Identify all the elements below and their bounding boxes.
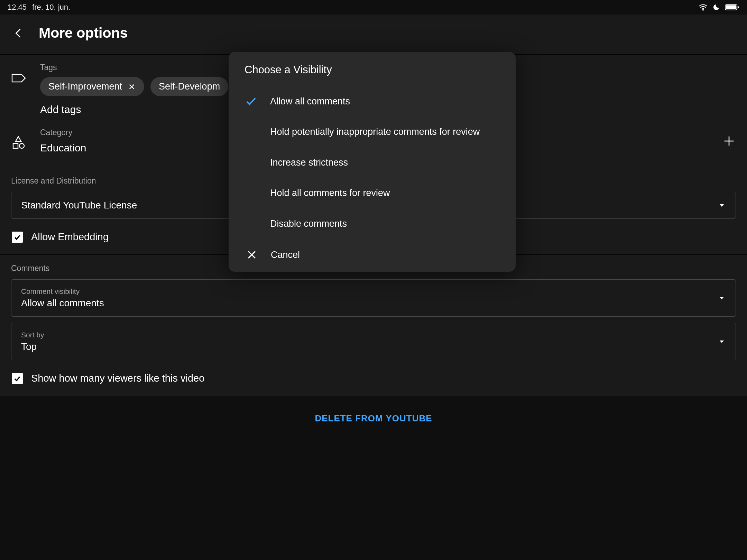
tag-chip-label: Self-Developm	[159, 81, 220, 92]
status-bar: 12.45 fre. 10. jun.	[0, 0, 747, 15]
status-date: fre. 10. jun.	[32, 3, 70, 12]
comment-visibility-value: Allow all comments	[21, 298, 104, 309]
show-likes-row[interactable]: Show how many viewers like this video	[0, 366, 747, 396]
visibility-option-hold-all[interactable]: Hold all comments for review	[229, 178, 516, 208]
visibility-option-increase-strictness[interactable]: Increase strictness	[229, 147, 516, 178]
chevron-down-icon	[718, 294, 726, 302]
show-likes-label: Show how many viewers like this video	[31, 373, 204, 384]
visibility-option-allow-all[interactable]: Allow all comments	[229, 86, 516, 116]
tag-chip[interactable]: Self-Improvement	[40, 77, 144, 96]
checkbox-checked-icon[interactable]	[12, 232, 23, 243]
visibility-option-hold-inappropriate[interactable]: Hold potentially inappropriate comments …	[229, 116, 516, 147]
svg-rect-2	[726, 5, 737, 9]
comment-visibility-label: Comment visibility	[21, 287, 104, 296]
svg-marker-8	[16, 137, 21, 141]
svg-rect-9	[13, 143, 18, 148]
option-label: Hold potentially inappropriate comments …	[270, 125, 502, 138]
page-title: More options	[39, 25, 128, 41]
chevron-down-icon	[718, 201, 726, 209]
license-value: Standard YouTube License	[21, 200, 137, 211]
back-icon[interactable]	[12, 27, 25, 39]
comment-visibility-select[interactable]: Comment visibility Allow all comments	[11, 279, 736, 317]
option-label: Hold all comments for review	[270, 187, 502, 199]
option-label: Disable comments	[270, 217, 502, 230]
svg-point-10	[19, 143, 24, 148]
moon-icon	[712, 3, 720, 11]
svg-rect-3	[738, 6, 739, 8]
svg-marker-15	[720, 340, 724, 343]
wifi-icon	[699, 4, 708, 11]
tag-chip[interactable]: Self-Developm	[150, 77, 228, 96]
delete-from-youtube-button[interactable]: DELETE FROM YOUTUBE	[0, 396, 747, 445]
shapes-icon	[11, 135, 26, 150]
visibility-option-disable[interactable]: Disable comments	[229, 208, 516, 239]
battery-icon	[725, 4, 739, 11]
comment-sort-value: Top	[21, 341, 44, 352]
close-icon	[243, 249, 260, 261]
popover-title: Choose a Visibility	[229, 52, 516, 86]
cancel-label: Cancel	[271, 250, 300, 260]
comment-sort-select[interactable]: Sort by Top	[11, 323, 736, 360]
svg-point-0	[703, 10, 703, 10]
close-icon[interactable]	[128, 83, 136, 91]
option-label: Increase strictness	[270, 156, 502, 169]
allow-embedding-label: Allow Embedding	[31, 231, 109, 243]
status-time: 12.45	[8, 3, 27, 12]
tag-chip-label: Self-Improvement	[48, 81, 122, 92]
comment-sort-label: Sort by	[21, 331, 44, 339]
svg-marker-14	[720, 297, 724, 299]
chevron-down-icon	[718, 337, 726, 346]
visibility-popover: Choose a Visibility Allow all comments H…	[229, 52, 516, 272]
tag-icon	[11, 73, 26, 84]
check-icon	[242, 95, 260, 108]
svg-marker-13	[720, 204, 724, 207]
header: More options	[0, 15, 747, 54]
plus-icon[interactable]	[722, 134, 736, 148]
comments-section: Comments Comment visibility Allow all co…	[0, 254, 747, 396]
option-label: Allow all comments	[270, 95, 502, 108]
checkbox-checked-icon[interactable]	[12, 373, 23, 384]
